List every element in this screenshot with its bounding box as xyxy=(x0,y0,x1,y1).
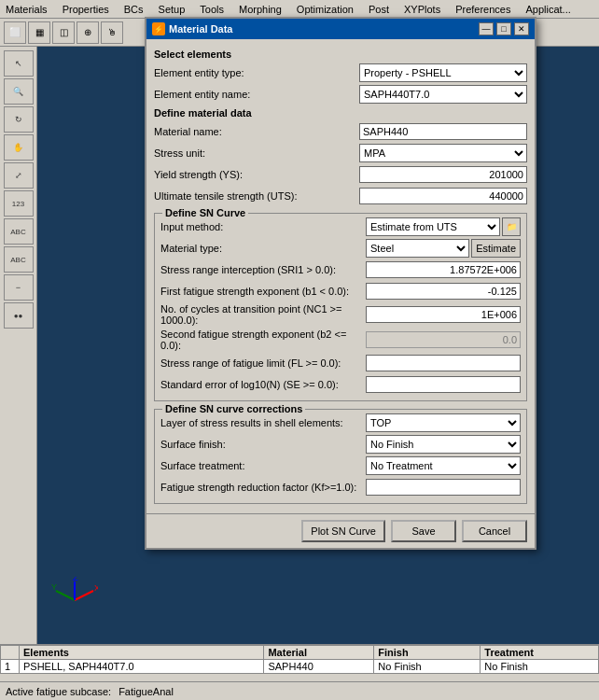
menu-setup[interactable]: Setup xyxy=(157,4,188,15)
col-header-treatment: Treatment xyxy=(481,646,599,660)
layer-select[interactable]: TOP BOTTOM MID xyxy=(366,413,521,432)
maximize-button[interactable]: □ xyxy=(496,22,511,35)
statusbar: Active fatigue subcase: FatigueAnal xyxy=(0,681,599,700)
sidebar-btn-nodes[interactable]: ●● xyxy=(4,302,34,329)
menu-bcs[interactable]: BCs xyxy=(122,4,146,15)
estimate-button[interactable]: Estimate xyxy=(471,239,521,258)
entity-type-label: Element entity type: xyxy=(154,67,359,78)
col-header-finish: Finish xyxy=(374,646,481,660)
toolbar-btn-1[interactable]: ⬜ xyxy=(4,21,26,44)
fatigue-factor-label: Fatigue strength reduction factor (Kf>=1… xyxy=(160,482,366,493)
define-material-label: Define material data xyxy=(154,107,527,119)
active-fatigue-label: Active fatigue subcase: xyxy=(6,686,111,697)
sidebar-btn-abc[interactable]: ABC xyxy=(4,218,34,245)
fatigue-factor-input[interactable] xyxy=(366,479,521,496)
sri1-input[interactable] xyxy=(366,261,521,278)
input-method-row: Input method: Estimate from UTS Direct I… xyxy=(160,217,521,236)
se-label: Standard error of log10(N) (SE >= 0.0): xyxy=(160,379,366,390)
se-input[interactable] xyxy=(366,376,521,393)
uts-input[interactable] xyxy=(359,188,527,204)
stress-unit-label: Stress unit: xyxy=(154,147,359,159)
sidebar-btn-select[interactable]: ↖ xyxy=(4,50,34,77)
input-method-select[interactable]: Estimate from UTS Direct Input xyxy=(366,217,500,236)
left-sidebar: ↖ 🔍 ↻ ✋ ⤢ 123 ABC ABC − ●● xyxy=(0,47,37,644)
fatigue-factor-row: Fatigue strength reduction factor (Kf>=1… xyxy=(160,478,521,497)
cancel-button[interactable]: Cancel xyxy=(462,520,527,542)
menu-tools[interactable]: Tools xyxy=(198,4,226,15)
sn-curve-group-title: Define SN Curve xyxy=(162,207,248,218)
toolbar-btn-4[interactable]: ⊕ xyxy=(77,21,99,44)
sn-curve-group: Define SN Curve Input method: Estimate f… xyxy=(154,213,527,401)
menu-properties[interactable]: Properties xyxy=(61,4,111,15)
material-name-row: Material name: xyxy=(154,122,527,141)
stress-unit-row: Stress unit: MPA KSI PA xyxy=(154,144,527,162)
se-row: Standard error of log10(N) (SE >= 0.0): xyxy=(160,375,521,394)
col-header-elements: Elements xyxy=(20,646,264,660)
nc1-row: No. of cycles at transition point (NC1 >… xyxy=(160,303,521,326)
dialog-title: ⚡ Material Data xyxy=(152,22,232,35)
menu-preferences[interactable]: Preferences xyxy=(453,4,512,15)
toolbar-btn-5[interactable]: 🖱 xyxy=(101,21,123,44)
stress-unit-select[interactable]: MPA KSI PA xyxy=(359,144,527,162)
yield-strength-row: Yield strength (YS): xyxy=(154,165,527,184)
b2-row: Second fatigue strength exponent (b2 <= … xyxy=(160,329,521,351)
save-button[interactable]: Save xyxy=(391,520,456,542)
material-type-label: Material type: xyxy=(160,243,366,254)
material-name-input[interactable] xyxy=(359,123,527,140)
surface-treatment-label: Surface treatment: xyxy=(160,460,366,471)
minimize-button[interactable]: — xyxy=(479,22,494,35)
fl-input[interactable] xyxy=(366,355,521,371)
nc1-label: No. of cycles at transition point (NC1 >… xyxy=(160,303,366,326)
entity-type-select[interactable]: Property - PSHELL xyxy=(359,63,527,82)
material-data-dialog: ⚡ Material Data — □ ✕ Select elements El… xyxy=(145,17,536,550)
menu-optimization[interactable]: Optimization xyxy=(295,4,355,15)
entity-name-label: Element entity name: xyxy=(154,89,359,100)
b1-row: First fatigue strength exponent (b1 < 0.… xyxy=(160,282,521,301)
active-fatigue-value: FatigueAnal xyxy=(118,686,174,697)
menu-morphing[interactable]: Morphing xyxy=(237,4,284,15)
entity-type-row: Element entity type: Property - PSHELL xyxy=(154,63,527,82)
material-type-select[interactable]: Steel Aluminum Cast Iron xyxy=(366,239,469,258)
yield-strength-input[interactable] xyxy=(359,166,527,183)
dialog-titlebar: ⚡ Material Data — □ ✕ xyxy=(146,19,535,39)
table-row: 1 PSHELL, SAPH440T7.0 SAPH440 No Finish … xyxy=(1,660,599,674)
input-method-label: Input method: xyxy=(160,221,366,232)
input-method-controls: Estimate from UTS Direct Input 📁 xyxy=(366,217,521,236)
toolbar-btn-2[interactable]: ▦ xyxy=(28,21,50,44)
material-name-label: Material name: xyxy=(154,126,359,137)
sri1-row: Stress range interception (SRI1 > 0.0): xyxy=(160,260,521,279)
nc1-input[interactable] xyxy=(366,306,521,323)
sidebar-btn-123[interactable]: 123 xyxy=(4,190,34,217)
fl-row: Stress range of fatigue limit (FL >= 0.0… xyxy=(160,354,521,372)
b1-input[interactable] xyxy=(366,283,521,300)
b2-input xyxy=(366,331,521,348)
dialog-footer: Plot SN Curve Save Cancel xyxy=(146,513,535,548)
menu-applicat[interactable]: Applicat... xyxy=(523,4,572,15)
menu-post[interactable]: Post xyxy=(367,4,391,15)
row-elements: PSHELL, SAPH440T7.0 xyxy=(20,660,264,674)
sidebar-btn-rotate[interactable]: ↻ xyxy=(4,106,34,133)
layer-row: Layer of stress results in shell element… xyxy=(160,413,521,432)
surface-finish-select[interactable]: No Finish Ground Machined Hot Rolled For… xyxy=(366,435,521,454)
row-treatment: No Finish xyxy=(481,660,599,674)
entity-name-select[interactable]: SAPH440T7.0 xyxy=(359,85,527,104)
uts-label: Ultimate tensile strength (UTS): xyxy=(154,190,359,202)
layer-label: Layer of stress results in shell element… xyxy=(160,417,366,428)
sidebar-btn-minus[interactable]: − xyxy=(4,274,34,301)
sidebar-btn-zoom[interactable]: 🔍 xyxy=(4,78,34,105)
surface-finish-label: Surface finish: xyxy=(160,439,366,450)
close-button[interactable]: ✕ xyxy=(514,22,529,35)
sidebar-btn-abc2[interactable]: ABC xyxy=(4,246,34,273)
sn-corrections-title: Define SN curve corrections xyxy=(162,403,305,414)
toolbar-btn-3[interactable]: ◫ xyxy=(52,21,75,44)
menu-materials[interactable]: Materials xyxy=(4,4,49,15)
menu-xyplots[interactable]: XYPlots xyxy=(402,4,442,15)
sidebar-btn-fit[interactable]: ⤢ xyxy=(4,162,34,189)
input-method-file-btn[interactable]: 📁 xyxy=(502,217,521,236)
col-header-material: Material xyxy=(264,646,374,660)
plot-sn-curve-button[interactable]: Plot SN Curve xyxy=(301,520,385,542)
material-type-row: Material type: Steel Aluminum Cast Iron … xyxy=(160,239,521,258)
sidebar-btn-pan[interactable]: ✋ xyxy=(4,134,34,161)
surface-treatment-select[interactable]: No Treatment Shot Peening Nitriding xyxy=(366,456,521,475)
b2-label: Second fatigue strength exponent (b2 <= … xyxy=(160,329,366,351)
